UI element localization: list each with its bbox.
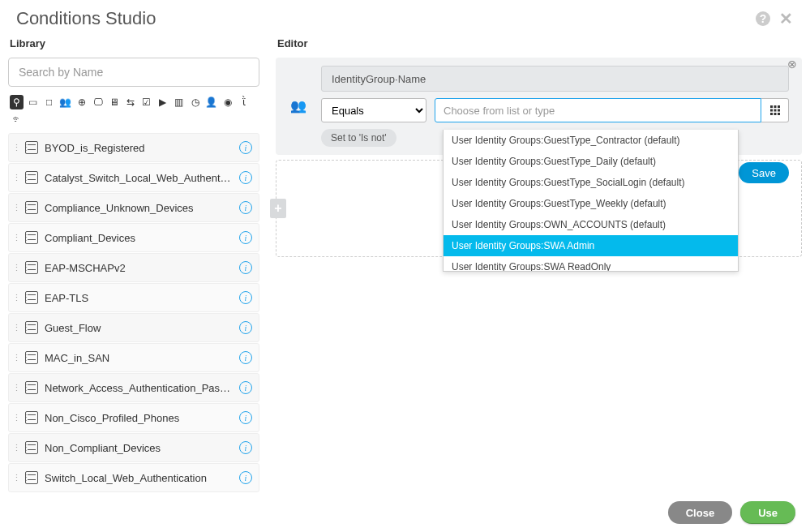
switch-icon[interactable]: ⇆ [123,95,137,109]
svg-rect-6 [774,109,776,112]
library-item[interactable]: ⋮⋮EAP-MSCHAPv2i [8,253,259,282]
library-item[interactable]: ⋮⋮BYOD_is_Registeredi [8,133,259,162]
drag-handle-icon[interactable]: ⋮⋮ [12,446,19,450]
info-icon[interactable]: i [239,441,252,454]
svg-rect-8 [770,113,773,115]
drag-handle-icon[interactable]: ⋮⋮ [12,386,19,390]
info-icon[interactable]: i [239,381,252,394]
info-icon[interactable]: i [239,321,252,334]
identity-group-icon: 👥 [284,66,313,114]
library-item[interactable]: ⋮⋮Compliant_Devicesi [8,223,259,252]
monitor-icon[interactable]: 🖵 [91,95,105,109]
info-icon[interactable]: i [239,201,252,214]
drag-handle-icon[interactable]: ⋮⋮ [12,296,19,300]
drag-handle-icon[interactable]: ⋮⋮ [12,176,19,180]
use-button[interactable]: Use [740,501,795,524]
library-item-label: BYOD_is_Registered [45,142,233,154]
value-picker-button[interactable] [761,98,789,122]
svg-rect-5 [770,109,773,112]
info-icon[interactable]: i [239,471,252,484]
library-item-label: Compliant_Devices [45,232,233,244]
library-item-label: Non_Cisco_Profiled_Phones [45,412,233,424]
wifi-icon[interactable]: ᯤ [10,112,24,127]
add-condition-icon[interactable]: + [270,199,286,218]
library-item[interactable]: ⋮⋮EAP-TLSi [8,283,259,312]
condition-icon [25,261,38,274]
library-item[interactable]: ⋮⋮Compliance_Unknown_Devicesi [8,193,259,222]
condition-icon [25,201,38,214]
search-input[interactable] [8,58,259,87]
info-icon[interactable]: i [239,291,252,304]
value-input[interactable] [435,98,761,122]
drag-handle-icon[interactable]: ⋮⋮ [12,266,19,270]
drag-handle-icon[interactable]: ⋮⋮ [12,146,19,150]
info-icon[interactable]: i [239,141,252,154]
info-icon[interactable]: i [239,411,252,424]
library-item-label: Network_Access_Authentication_Passed [45,382,233,394]
library-item[interactable]: ⋮⋮MAC_in_SANi [8,343,259,372]
library-item-label: EAP-MSCHAPv2 [45,262,233,274]
person-icon[interactable]: 👤 [204,95,218,109]
remove-condition-icon[interactable]: ⊗ [787,58,797,71]
drag-handle-icon[interactable]: ⋮⋮ [12,476,19,480]
info-icon[interactable]: i [239,231,252,244]
drag-handle-icon[interactable]: ⋮⋮ [12,416,19,420]
library-item[interactable]: ⋮⋮Network_Access_Authentication_Passedi [8,373,259,402]
condition-icon [25,471,38,484]
device-icon[interactable]: □ [42,95,56,109]
drag-handle-icon[interactable]: ⋮⋮ [12,236,19,240]
globe-icon[interactable]: ⊕ [75,95,88,109]
dropdown-option[interactable]: User Identity Groups:GuestType_Weekly (d… [444,193,738,214]
dropdown-option[interactable]: User Identity Groups:GuestType_Daily (de… [444,151,738,172]
antenna-icon[interactable]: ῒ [237,95,251,109]
library-item[interactable]: ⋮⋮Switch_Local_Web_Authenticationi [8,463,259,492]
condition-icon [25,441,38,454]
shield-icon[interactable]: ◉ [221,95,234,109]
dropdown-option[interactable]: User Identity Groups:SWA Admin [444,235,738,256]
library-item[interactable]: ⋮⋮Guest_Flowi [8,313,259,342]
library-item[interactable]: ⋮⋮Catalyst_Switch_Local_Web_Authenticati… [8,163,259,192]
drag-handle-icon[interactable]: ⋮⋮ [12,326,19,330]
group-icon[interactable]: 👥 [58,95,72,109]
dropdown-option[interactable]: User Identity Groups:GuestType_Contracto… [444,130,738,151]
condition-icon [25,381,38,394]
condition-icon [25,141,38,154]
attribute-field[interactable]: IdentityGroup·Name [321,66,789,92]
condition-icon [25,171,38,184]
condition-icon [25,291,38,304]
svg-rect-2 [770,105,773,108]
building-icon[interactable]: ▥ [172,95,186,109]
badge-icon[interactable]: ▭ [26,95,40,109]
close-button[interactable]: Close [668,501,732,524]
library-list: ⋮⋮BYOD_is_Registeredi ⋮⋮Catalyst_Switch_… [8,133,259,492]
library-title: Library [8,37,259,58]
dropdown-option[interactable]: User Identity Groups:GuestType_SocialLog… [444,172,738,193]
value-dropdown: User Identity Groups:GuestType_Contracto… [443,130,739,272]
condition-icon [25,411,38,424]
dropdown-option[interactable]: User Identity Groups:OWN_ACCOUNTS (defau… [444,214,738,235]
info-icon[interactable]: i [239,351,252,364]
library-item[interactable]: ⋮⋮Non_Compliant_Devicesi [8,433,259,462]
desktop-icon[interactable]: 🖥 [107,95,121,109]
info-icon[interactable]: i [239,171,252,184]
drag-handle-icon[interactable]: ⋮⋮ [12,356,19,360]
drag-handle-icon[interactable]: ⋮⋮ [12,206,19,210]
condition-icon [25,351,38,364]
library-item-label: Non_Compliant_Devices [45,442,233,454]
set-is-not-toggle[interactable]: Set to 'Is not' [321,129,396,147]
svg-text:?: ? [760,12,767,25]
operator-select[interactable]: Equals [321,98,426,122]
help-icon[interactable]: ? [755,11,771,27]
close-icon[interactable]: ✕ [778,11,794,27]
check-icon[interactable]: ☑ [139,95,153,109]
clock-icon[interactable]: ◷ [188,95,202,109]
svg-rect-4 [778,105,780,108]
library-item[interactable]: ⋮⋮Non_Cisco_Profiled_Phonesi [8,403,259,432]
play-icon[interactable]: ▶ [156,95,169,109]
dropdown-option[interactable]: User Identity Groups:SWA ReadOnly [444,256,738,272]
svg-rect-10 [778,113,780,115]
svg-rect-3 [774,105,776,108]
library-item-label: MAC_in_SAN [45,352,233,364]
pin-icon[interactable]: ⚲ [10,95,24,109]
info-icon[interactable]: i [239,261,252,274]
